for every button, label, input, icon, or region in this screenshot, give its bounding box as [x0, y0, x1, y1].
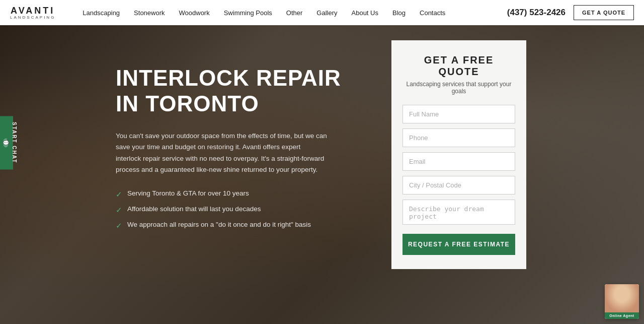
quote-form-container: GET A FREE QUOTE Landscaping services th… [391, 40, 526, 269]
checkmark-icon-1: ✓ [116, 190, 122, 199]
main-nav: Landscaping Stonework Woodwork Swimming … [75, 9, 507, 17]
checkmark-icon-2: ✓ [116, 206, 122, 215]
nav-item-other[interactable]: Other [279, 9, 310, 17]
agent-photo [605, 284, 639, 312]
agent-face [605, 284, 639, 312]
full-name-input[interactable] [403, 105, 515, 123]
header: AVANTI LANDSCAPING Landscaping Stonework… [0, 0, 644, 25]
hero-description: You can't save your outdoor space from t… [116, 131, 327, 175]
nav-item-blog[interactable]: Blog [385, 9, 413, 17]
chat-label: START CHAT [12, 122, 17, 163]
nav-item-woodwork[interactable]: Woodwork [172, 9, 217, 17]
form-title: GET A FREE QUOTE [403, 54, 515, 78]
hero-section: 💬 START CHAT INTERLOCK REPAIR IN TORONTO… [0, 25, 644, 324]
nav-item-about-us[interactable]: About Us [345, 9, 385, 17]
nav-item-landscaping[interactable]: Landscaping [75, 9, 127, 17]
header-get-quote-button[interactable]: GET A QUOTE [574, 5, 634, 20]
nav-item-contacts[interactable]: Contacts [413, 9, 452, 17]
email-input[interactable] [403, 152, 515, 171]
hero-bullets: ✓ Serving Toronto & GTA for over 10 year… [116, 189, 357, 230]
logo-tagline: LANDSCAPING [10, 16, 55, 20]
header-phone: (437) 523-2426 [507, 8, 566, 18]
form-subtitle: Landscaping services that support your g… [403, 81, 515, 95]
chat-widget[interactable]: 💬 START CHAT [0, 116, 13, 169]
agent-badge[interactable]: Online Agent [605, 284, 639, 319]
project-description-input[interactable] [403, 200, 515, 225]
hero-bullet-2-text: Affordable solution that will last you d… [127, 205, 261, 213]
checkmark-icon-3: ✓ [116, 221, 122, 230]
hero-content: INTERLOCK REPAIR IN TORONTO You can't sa… [116, 66, 357, 230]
nav-item-swimming-pools[interactable]: Swimming Pools [217, 9, 279, 17]
hero-bullet-3: ✓ We approach all repairs on a "do it on… [116, 221, 357, 230]
city-input[interactable] [403, 176, 515, 195]
header-right: (437) 523-2426 GET A QUOTE [507, 5, 634, 20]
submit-button[interactable]: REQUEST A FREE ESTIMATE [403, 234, 515, 255]
hero-bullet-1-text: Serving Toronto & GTA for over 10 years [127, 189, 249, 197]
hero-bullet-1: ✓ Serving Toronto & GTA for over 10 year… [116, 189, 357, 199]
chat-tab[interactable]: 💬 START CHAT [0, 116, 13, 169]
hero-bullet-3-text: We approach all repairs on a "do it once… [127, 221, 311, 228]
nav-item-stonework[interactable]: Stonework [127, 9, 172, 17]
agent-label: Online Agent [605, 312, 639, 319]
nav-item-gallery[interactable]: Gallery [309, 9, 344, 17]
chat-icon: 💬 [3, 138, 9, 147]
hero-title: INTERLOCK REPAIR IN TORONTO [116, 66, 357, 116]
logo-brand-name: AVANTI [11, 6, 55, 15]
hero-bullet-2: ✓ Affordable solution that will last you… [116, 205, 357, 215]
logo[interactable]: AVANTI LANDSCAPING [10, 6, 55, 20]
phone-input[interactable] [403, 128, 515, 147]
